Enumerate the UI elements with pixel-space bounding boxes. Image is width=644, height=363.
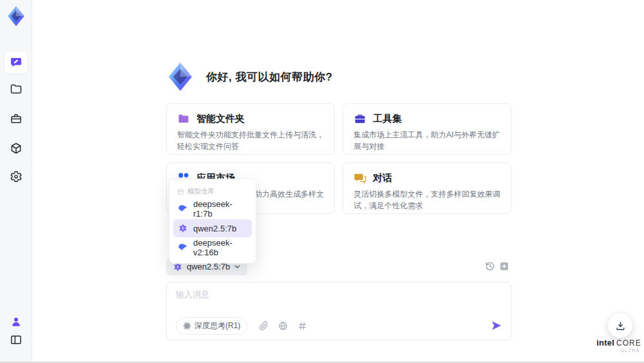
intel-core-badge: intel CORE ULTRA bbox=[594, 338, 644, 353]
greeting-text: 你好, 我可以如何帮助你? bbox=[206, 70, 332, 84]
model-option-deepseek-v2[interactable]: deepseek-v2:16b bbox=[173, 239, 252, 257]
toolbox-icon bbox=[354, 112, 366, 125]
model-option-deepseek-r1[interactable]: deepseek-r1:7b bbox=[173, 200, 252, 218]
intel-tier-text: ULTRA bbox=[594, 348, 644, 353]
model-dropdown-header: 模型仓库 bbox=[169, 183, 256, 199]
sidebar-item-files[interactable] bbox=[0, 83, 32, 95]
chevron-down-icon bbox=[234, 263, 241, 270]
model-option-qwen[interactable]: qwen2.5:7b bbox=[173, 219, 252, 237]
card-smart-folder[interactable]: 智能文件夹 智能文件夹功能支持批量文件上传与清洗，轻松实现文件问答 bbox=[166, 103, 335, 155]
sidebar-item-tools[interactable] bbox=[0, 112, 32, 125]
history-icon[interactable] bbox=[485, 261, 495, 271]
intel-core-text: CORE bbox=[616, 338, 641, 348]
model-option-label: deepseek-r1:7b bbox=[193, 199, 247, 219]
grid-hash-icon[interactable] bbox=[298, 321, 307, 331]
card-title: 工具集 bbox=[373, 113, 402, 125]
folder-icon bbox=[177, 112, 190, 125]
card-title: 对话 bbox=[373, 172, 392, 184]
paperclip-icon[interactable] bbox=[259, 321, 269, 331]
download-icon bbox=[615, 320, 626, 331]
toolbox-icon bbox=[10, 112, 23, 125]
sidebar-item-collapse-panel[interactable] bbox=[0, 333, 32, 346]
card-dialogue[interactable]: 对话 灵活切换多模型文件，支持多样回复效果调试，满足个性化需求 bbox=[343, 162, 511, 214]
folder-icon bbox=[10, 83, 23, 95]
sidebar-item-account[interactable] bbox=[0, 315, 32, 328]
qwen-icon bbox=[178, 223, 188, 233]
model-option-label: deepseek-v2:16b bbox=[193, 238, 247, 257]
chat-icon bbox=[10, 56, 23, 69]
model-dropdown-menu: 模型仓库 deepseek-r1:7b qwen2.5:7b deepseek-… bbox=[169, 179, 256, 264]
card-description: 智能文件夹功能支持批量文件上传与清洗，轻松实现文件问答 bbox=[177, 129, 324, 152]
app-logo-icon bbox=[5, 5, 27, 27]
deep-think-label: 深度思考(R1) bbox=[194, 320, 240, 331]
card-toolset[interactable]: 工具集 集成市场上主流工具，助力AI与外界无缝扩展与对接 bbox=[343, 103, 511, 155]
panel-icon bbox=[10, 333, 23, 346]
gear-icon bbox=[10, 170, 23, 183]
sidebar-item-models[interactable] bbox=[0, 142, 32, 155]
send-icon[interactable] bbox=[490, 319, 503, 332]
sidebar bbox=[0, 0, 32, 363]
deepseek-icon bbox=[178, 204, 188, 214]
deep-think-toggle[interactable]: 深度思考(R1) bbox=[176, 317, 247, 335]
model-option-label: qwen2.5:7b bbox=[193, 224, 236, 233]
model-dropdown-header-label: 模型仓库 bbox=[187, 187, 214, 196]
message-input[interactable] bbox=[176, 289, 498, 315]
download-button[interactable] bbox=[608, 313, 632, 338]
user-icon bbox=[10, 315, 23, 328]
globe-icon[interactable] bbox=[278, 321, 288, 331]
card-description: 灵活切换多模型文件，支持多样回复效果调试，满足个性化需求 bbox=[354, 188, 500, 211]
deepseek-icon bbox=[178, 242, 188, 253]
message-composer: 深度思考(R1) bbox=[166, 282, 511, 340]
chat-bubble-icon bbox=[354, 172, 366, 184]
intel-logo-text: intel bbox=[596, 338, 614, 348]
package-icon bbox=[10, 142, 23, 155]
new-chat-icon[interactable] bbox=[499, 261, 509, 271]
card-title: 智能文件夹 bbox=[196, 113, 245, 125]
sidebar-item-chat[interactable] bbox=[5, 52, 28, 74]
app-logo-icon bbox=[165, 61, 196, 92]
sidebar-item-settings[interactable] bbox=[0, 170, 32, 183]
repository-icon bbox=[177, 188, 184, 195]
atom-icon bbox=[183, 322, 191, 330]
card-description: 集成市场上主流工具，助力AI与外界无缝扩展与对接 bbox=[354, 129, 500, 152]
